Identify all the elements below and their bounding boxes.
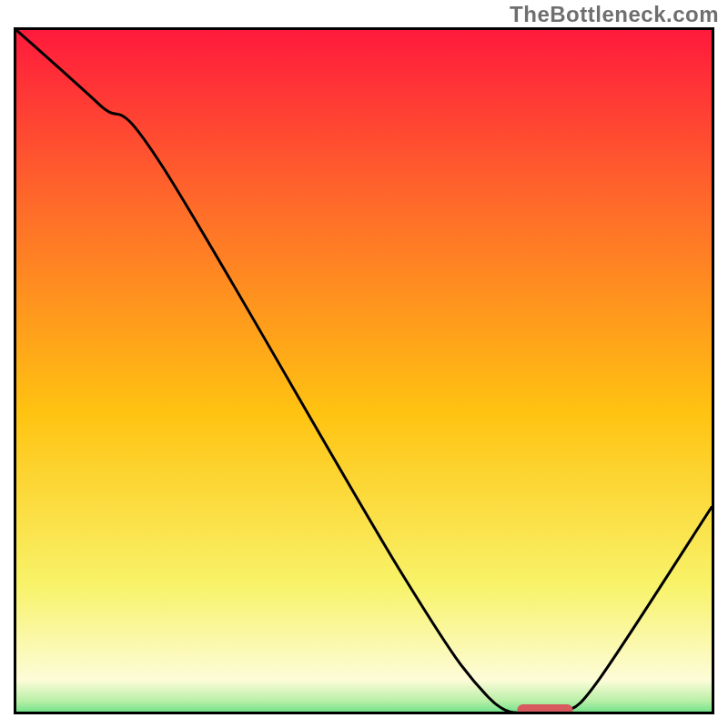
canvas: TheBottleneck.com [0,0,728,728]
plot-area [14,27,714,714]
bottleneck-curve [16,30,712,712]
optimal-range-marker [517,704,572,714]
watermark-text: TheBottleneck.com [510,2,719,27]
